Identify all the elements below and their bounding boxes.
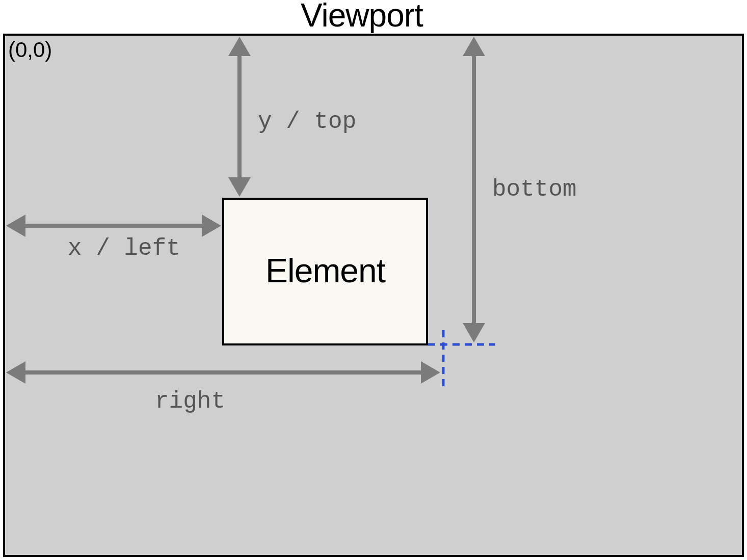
- label-y-top: y / top: [258, 109, 356, 135]
- element-label: Element: [265, 251, 385, 290]
- label-bottom: bottom: [492, 176, 577, 203]
- viewport-title: Viewport: [301, 0, 423, 34]
- diagram-stage: Viewport (0,0) y / top x / left bottom r…: [0, 0, 747, 560]
- origin-label: (0,0): [8, 38, 52, 62]
- label-x-left: x / left: [68, 235, 180, 262]
- label-right: right: [155, 388, 225, 415]
